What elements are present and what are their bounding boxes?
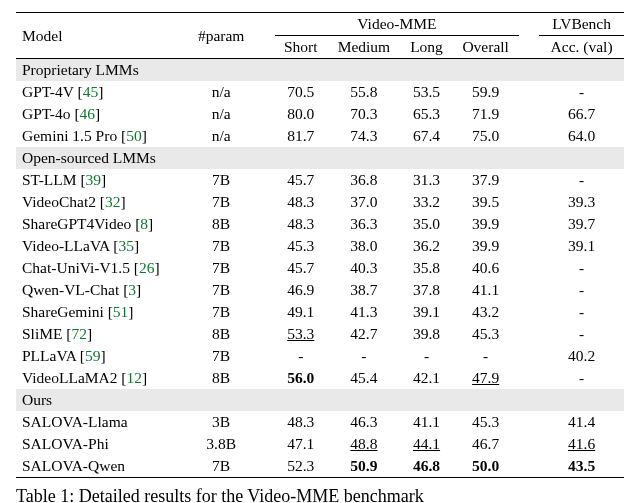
cell-model: GPT-4o [46] [16,103,188,125]
cell-overall: 40.6 [452,257,519,279]
cell-param: 8B [188,213,255,235]
cell-param: 7B [188,345,255,367]
cell-long: 37.8 [401,279,452,301]
cell-short: 70.5 [275,81,327,103]
cell-medium: 74.3 [327,125,401,147]
cell-short: 48.3 [275,191,327,213]
citation-link[interactable]: 59 [85,347,101,364]
cell-param: n/a [188,81,255,103]
cell-short: 80.0 [275,103,327,125]
cell-medium: 42.7 [327,323,401,345]
citation-link[interactable]: 32 [105,193,121,210]
table-row: VideoLLaMA2 [12]8B56.045.442.147.9- [16,367,624,389]
cell-lvbench: 39.1 [539,235,624,257]
cell-lvbench: 40.2 [539,345,624,367]
cell-model: PLLaVA [59] [16,345,188,367]
col-overall: Overall [452,36,519,59]
group-header: Ours [16,389,624,411]
cell-medium: 37.0 [327,191,401,213]
cell-long: 39.8 [401,323,452,345]
table-row: PLLaVA [59]7B----40.2 [16,345,624,367]
table-row: SALOVA-Qwen7B52.350.946.850.043.5 [16,455,624,478]
cell-model: VideoLLaMA2 [12] [16,367,188,389]
cell-model: SALOVA-Qwen [16,455,188,478]
cell-lvbench: 64.0 [539,125,624,147]
col-model: Model [16,13,188,59]
cell-param: 3B [188,411,255,433]
cell-param: 7B [188,279,255,301]
cell-long: 46.8 [401,455,452,478]
cell-param: n/a [188,103,255,125]
table-row: GPT-4o [46]n/a80.070.365.371.966.7 [16,103,624,125]
cell-long: 35.8 [401,257,452,279]
cell-lvbench: 41.6 [539,433,624,455]
cell-short: - [275,345,327,367]
cell-overall: 37.9 [452,169,519,191]
cell-long: 33.2 [401,191,452,213]
table-row: SALOVA-Phi3.8B47.148.844.146.741.6 [16,433,624,455]
table-row: Gemini 1.5 Pro [50]n/a81.774.367.475.064… [16,125,624,147]
col-param: #param [188,13,255,59]
citation-link[interactable]: 3 [128,281,136,298]
cell-medium: 40.3 [327,257,401,279]
cell-model: VideoChat2 [32] [16,191,188,213]
table-row: SliME [72]8B53.342.739.845.3- [16,323,624,345]
table-row: GPT-4V [45]n/a70.555.853.559.9- [16,81,624,103]
cell-param: 7B [188,169,255,191]
cell-param: 3.8B [188,433,255,455]
citation-link[interactable]: 51 [113,303,129,320]
citation-link[interactable]: 39 [86,171,102,188]
cell-lvbench: - [539,81,624,103]
cell-param: n/a [188,125,255,147]
cell-medium: 48.8 [327,433,401,455]
citation-link[interactable]: 72 [72,325,88,342]
cell-short: 48.3 [275,411,327,433]
citation-link[interactable]: 45 [83,83,99,100]
citation-link[interactable]: 35 [119,237,135,254]
cell-long: 36.2 [401,235,452,257]
cell-overall: 39.5 [452,191,519,213]
cell-model: ST-LLM [39] [16,169,188,191]
cell-overall: 41.1 [452,279,519,301]
citation-link[interactable]: 8 [140,215,148,232]
cell-model: SALOVA-Llama [16,411,188,433]
cell-short: 53.3 [275,323,327,345]
cell-overall: 47.9 [452,367,519,389]
cell-medium: 41.3 [327,301,401,323]
cell-medium: 46.3 [327,411,401,433]
cell-param: 7B [188,257,255,279]
cell-model: GPT-4V [45] [16,81,188,103]
table-row: Video-LLaVA [35]7B45.338.036.239.939.1 [16,235,624,257]
cell-param: 7B [188,455,255,478]
cell-lvbench: 41.4 [539,411,624,433]
citation-link[interactable]: 26 [139,259,155,276]
cell-overall: 50.0 [452,455,519,478]
cell-medium: 36.3 [327,213,401,235]
citation-link[interactable]: 46 [80,105,96,122]
cell-long: 67.4 [401,125,452,147]
cell-long: 65.3 [401,103,452,125]
cell-lvbench: - [539,257,624,279]
cell-lvbench: 43.5 [539,455,624,478]
table-row: VideoChat2 [32]7B48.337.033.239.539.3 [16,191,624,213]
cell-medium: 45.4 [327,367,401,389]
cell-medium: 38.0 [327,235,401,257]
cell-long: 35.0 [401,213,452,235]
table-row: ShareGPT4Video [8]8B48.336.335.039.939.7 [16,213,624,235]
cell-medium: 55.8 [327,81,401,103]
table-row: SALOVA-Llama3B48.346.341.145.341.4 [16,411,624,433]
citation-link[interactable]: 50 [126,127,142,144]
cell-short: 45.7 [275,169,327,191]
cell-short: 45.3 [275,235,327,257]
cell-lvbench: - [539,301,624,323]
results-table: Model #param Video-MME LVBench Short Med… [16,12,624,478]
cell-overall: - [452,345,519,367]
cell-short: 81.7 [275,125,327,147]
cell-long: 41.1 [401,411,452,433]
cell-medium: 36.8 [327,169,401,191]
cell-long: 39.1 [401,301,452,323]
citation-link[interactable]: 12 [127,369,143,386]
group-header: Proprietary LMMs [16,59,624,82]
table-row: ShareGemini [51]7B49.141.339.143.2- [16,301,624,323]
cell-long: 44.1 [401,433,452,455]
